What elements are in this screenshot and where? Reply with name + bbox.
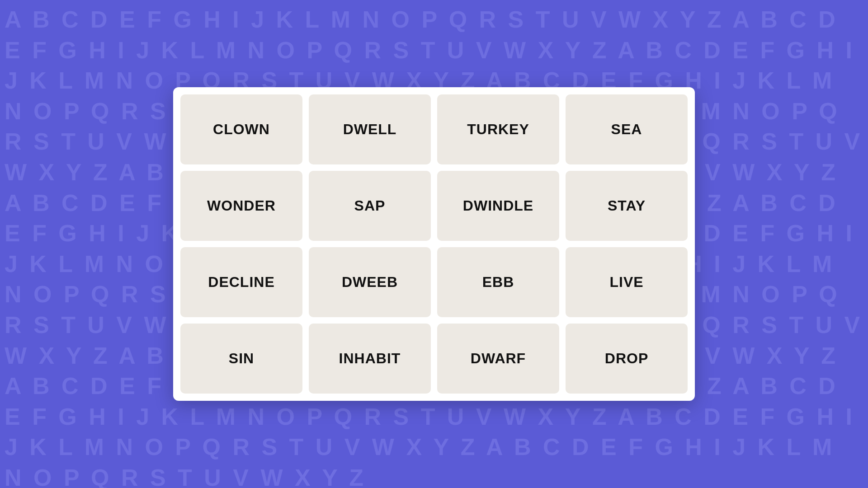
word-card-sea[interactable]: SEA — [566, 94, 688, 164]
word-card-dwell[interactable]: DWELL — [309, 94, 431, 164]
word-card-ebb[interactable]: EBB — [437, 247, 559, 317]
word-label-decline: DECLINE — [208, 274, 274, 291]
word-label-inhabit: INHABIT — [339, 350, 401, 367]
word-label-ebb: EBB — [482, 274, 514, 291]
word-card-wonder[interactable]: WONDER — [180, 171, 302, 241]
word-card-dwindle[interactable]: DWINDLE — [437, 171, 559, 241]
word-label-sap: SAP — [354, 197, 386, 214]
word-grid: CLOWNDWELLTURKEYSEAWONDERSAPDWINDLESTAYD… — [173, 87, 695, 401]
word-label-dweeb: DWEEB — [342, 274, 398, 291]
word-card-clown[interactable]: CLOWN — [180, 94, 302, 164]
word-label-drop: DROP — [605, 350, 648, 367]
word-label-clown: CLOWN — [213, 121, 270, 138]
word-card-decline[interactable]: DECLINE — [180, 247, 302, 317]
word-card-sap[interactable]: SAP — [309, 171, 431, 241]
word-label-sea: SEA — [611, 121, 642, 138]
word-label-sin: SIN — [229, 350, 254, 367]
word-label-dwell: DWELL — [343, 121, 397, 138]
word-label-wonder: WONDER — [207, 197, 276, 214]
word-label-stay: STAY — [608, 197, 646, 214]
word-label-turkey: TURKEY — [467, 121, 529, 138]
word-card-turkey[interactable]: TURKEY — [437, 94, 559, 164]
word-card-drop[interactable]: DROP — [566, 324, 688, 394]
word-label-live: LIVE — [609, 274, 643, 291]
word-label-dwarf: DWARF — [471, 350, 526, 367]
word-card-live[interactable]: LIVE — [566, 247, 688, 317]
word-card-dweeb[interactable]: DWEEB — [309, 247, 431, 317]
word-card-dwarf[interactable]: DWARF — [437, 324, 559, 394]
word-label-dwindle: DWINDLE — [463, 197, 533, 214]
word-card-stay[interactable]: STAY — [566, 171, 688, 241]
word-card-inhabit[interactable]: INHABIT — [309, 324, 431, 394]
word-card-sin[interactable]: SIN — [180, 324, 302, 394]
